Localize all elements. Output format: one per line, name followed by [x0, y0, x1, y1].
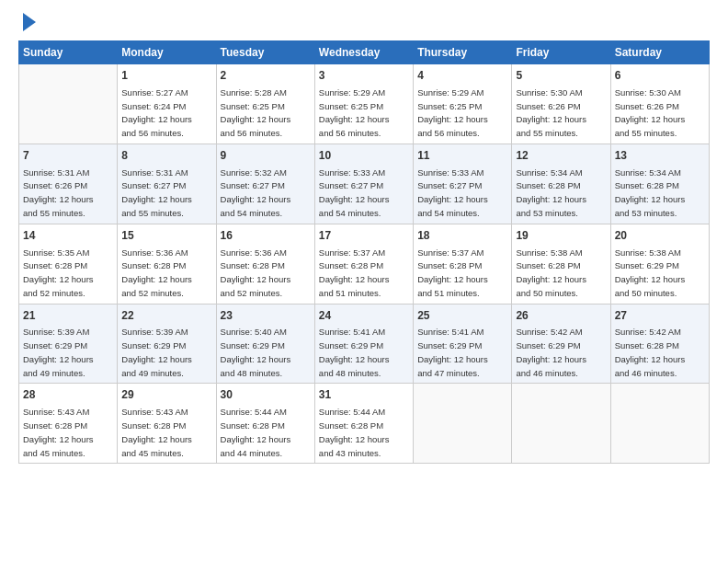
header-cell-saturday: Saturday: [610, 41, 709, 64]
day-number: 31: [319, 387, 409, 403]
logo: [18, 15, 36, 31]
calendar-cell: 16Sunrise: 5:36 AM Sunset: 6:28 PM Dayli…: [216, 224, 314, 304]
day-info: Sunrise: 5:31 AM Sunset: 6:26 PM Dayligh…: [23, 167, 94, 218]
calendar-cell: 26Sunrise: 5:42 AM Sunset: 6:29 PM Dayli…: [512, 304, 610, 384]
day-info: Sunrise: 5:41 AM Sunset: 6:29 PM Dayligh…: [319, 327, 390, 377]
calendar-cell: [414, 384, 512, 464]
calendar-cell: 9Sunrise: 5:32 AM Sunset: 6:27 PM Daylig…: [216, 144, 314, 224]
day-info: Sunrise: 5:44 AM Sunset: 6:28 PM Dayligh…: [221, 407, 291, 457]
day-number: 2: [221, 68, 311, 84]
header-cell-thursday: Thursday: [414, 41, 512, 64]
calendar-cell: [19, 64, 118, 144]
day-info: Sunrise: 5:39 AM Sunset: 6:29 PM Dayligh…: [121, 327, 192, 377]
day-info: Sunrise: 5:34 AM Sunset: 6:28 PM Dayligh…: [615, 167, 686, 218]
day-number: 4: [417, 68, 507, 84]
day-info: Sunrise: 5:31 AM Sunset: 6:27 PM Dayligh…: [121, 167, 192, 218]
header-cell-monday: Monday: [118, 41, 216, 64]
day-number: 27: [615, 308, 705, 324]
day-number: 16: [221, 228, 311, 244]
day-number: 10: [319, 148, 409, 164]
day-number: 30: [221, 387, 311, 403]
header-cell-friday: Friday: [512, 41, 610, 64]
day-info: Sunrise: 5:27 AM Sunset: 6:24 PM Dayligh…: [121, 87, 192, 138]
calendar-cell: 27Sunrise: 5:42 AM Sunset: 6:28 PM Dayli…: [610, 304, 709, 384]
day-info: Sunrise: 5:38 AM Sunset: 6:28 PM Dayligh…: [516, 247, 586, 298]
day-number: 20: [615, 228, 705, 244]
calendar-cell: 8Sunrise: 5:31 AM Sunset: 6:27 PM Daylig…: [118, 144, 216, 224]
day-info: Sunrise: 5:29 AM Sunset: 6:25 PM Dayligh…: [319, 87, 390, 138]
day-number: 13: [615, 148, 705, 164]
day-number: 17: [319, 228, 409, 244]
day-number: 12: [516, 148, 606, 164]
day-info: Sunrise: 5:41 AM Sunset: 6:29 PM Dayligh…: [417, 327, 488, 377]
calendar-table: SundayMondayTuesdayWednesdayThursdayFrid…: [18, 40, 710, 464]
day-info: Sunrise: 5:28 AM Sunset: 6:25 PM Dayligh…: [221, 87, 291, 138]
day-number: 7: [23, 148, 113, 164]
calendar-cell: 11Sunrise: 5:33 AM Sunset: 6:27 PM Dayli…: [414, 144, 512, 224]
calendar-cell: 14Sunrise: 5:35 AM Sunset: 6:28 PM Dayli…: [19, 224, 118, 304]
calendar-cell: 19Sunrise: 5:38 AM Sunset: 6:28 PM Dayli…: [512, 224, 610, 304]
day-number: 6: [615, 68, 705, 84]
calendar-cell: 3Sunrise: 5:29 AM Sunset: 6:25 PM Daylig…: [314, 64, 413, 144]
header-cell-sunday: Sunday: [19, 41, 118, 64]
week-row-4: 21Sunrise: 5:39 AM Sunset: 6:29 PM Dayli…: [19, 304, 710, 384]
calendar-cell: 31Sunrise: 5:44 AM Sunset: 6:28 PM Dayli…: [314, 384, 413, 464]
day-info: Sunrise: 5:43 AM Sunset: 6:28 PM Dayligh…: [23, 407, 94, 457]
logo-text: [18, 15, 36, 31]
day-info: Sunrise: 5:32 AM Sunset: 6:27 PM Dayligh…: [221, 167, 291, 218]
day-number: 18: [417, 228, 507, 244]
header-row: SundayMondayTuesdayWednesdayThursdayFrid…: [19, 41, 710, 64]
calendar-cell: 22Sunrise: 5:39 AM Sunset: 6:29 PM Dayli…: [118, 304, 216, 384]
calendar-cell: 28Sunrise: 5:43 AM Sunset: 6:28 PM Dayli…: [19, 384, 118, 464]
day-info: Sunrise: 5:36 AM Sunset: 6:28 PM Dayligh…: [221, 247, 291, 298]
day-info: Sunrise: 5:37 AM Sunset: 6:28 PM Dayligh…: [319, 247, 390, 298]
day-number: 11: [417, 148, 507, 164]
calendar-cell: 23Sunrise: 5:40 AM Sunset: 6:29 PM Dayli…: [216, 304, 314, 384]
day-info: Sunrise: 5:42 AM Sunset: 6:28 PM Dayligh…: [615, 327, 686, 377]
day-number: 1: [121, 68, 211, 84]
page: SundayMondayTuesdayWednesdayThursdayFrid…: [0, 0, 728, 563]
day-info: Sunrise: 5:39 AM Sunset: 6:29 PM Dayligh…: [23, 327, 94, 377]
day-info: Sunrise: 5:42 AM Sunset: 6:29 PM Dayligh…: [516, 327, 586, 377]
day-info: Sunrise: 5:30 AM Sunset: 6:26 PM Dayligh…: [516, 87, 586, 138]
day-info: Sunrise: 5:44 AM Sunset: 6:28 PM Dayligh…: [319, 407, 390, 457]
calendar-cell: 29Sunrise: 5:43 AM Sunset: 6:28 PM Dayli…: [118, 384, 216, 464]
week-row-2: 7Sunrise: 5:31 AM Sunset: 6:26 PM Daylig…: [19, 144, 710, 224]
day-info: Sunrise: 5:43 AM Sunset: 6:28 PM Dayligh…: [121, 407, 192, 457]
day-info: Sunrise: 5:36 AM Sunset: 6:28 PM Dayligh…: [121, 247, 192, 298]
week-row-5: 28Sunrise: 5:43 AM Sunset: 6:28 PM Dayli…: [19, 384, 710, 464]
calendar-cell: 25Sunrise: 5:41 AM Sunset: 6:29 PM Dayli…: [414, 304, 512, 384]
day-info: Sunrise: 5:33 AM Sunset: 6:27 PM Dayligh…: [319, 167, 390, 218]
logo-arrow-icon: [23, 13, 36, 31]
day-number: 23: [221, 308, 311, 324]
day-number: 3: [319, 68, 409, 84]
day-number: 8: [121, 148, 211, 164]
day-number: 14: [23, 228, 113, 244]
calendar-cell: 30Sunrise: 5:44 AM Sunset: 6:28 PM Dayli…: [216, 384, 314, 464]
calendar-body: 1Sunrise: 5:27 AM Sunset: 6:24 PM Daylig…: [19, 64, 710, 464]
calendar-cell: 4Sunrise: 5:29 AM Sunset: 6:25 PM Daylig…: [414, 64, 512, 144]
day-number: 28: [23, 387, 113, 403]
calendar-cell: 18Sunrise: 5:37 AM Sunset: 6:28 PM Dayli…: [414, 224, 512, 304]
calendar-cell: 1Sunrise: 5:27 AM Sunset: 6:24 PM Daylig…: [118, 64, 216, 144]
calendar-cell: 5Sunrise: 5:30 AM Sunset: 6:26 PM Daylig…: [512, 64, 610, 144]
calendar-cell: 24Sunrise: 5:41 AM Sunset: 6:29 PM Dayli…: [314, 304, 413, 384]
calendar-cell: [610, 384, 709, 464]
day-number: 21: [23, 308, 113, 324]
day-info: Sunrise: 5:40 AM Sunset: 6:29 PM Dayligh…: [221, 327, 291, 377]
header-cell-wednesday: Wednesday: [314, 41, 413, 64]
calendar-cell: 2Sunrise: 5:28 AM Sunset: 6:25 PM Daylig…: [216, 64, 314, 144]
calendar-cell: [512, 384, 610, 464]
calendar-cell: 6Sunrise: 5:30 AM Sunset: 6:26 PM Daylig…: [610, 64, 709, 144]
day-number: 22: [121, 308, 211, 324]
day-number: 5: [516, 68, 606, 84]
calendar-cell: 21Sunrise: 5:39 AM Sunset: 6:29 PM Dayli…: [19, 304, 118, 384]
calendar-cell: 13Sunrise: 5:34 AM Sunset: 6:28 PM Dayli…: [610, 144, 709, 224]
day-info: Sunrise: 5:37 AM Sunset: 6:28 PM Dayligh…: [417, 247, 488, 298]
calendar-header: SundayMondayTuesdayWednesdayThursdayFrid…: [19, 41, 710, 64]
day-number: 26: [516, 308, 606, 324]
day-number: 15: [121, 228, 211, 244]
calendar-cell: 7Sunrise: 5:31 AM Sunset: 6:26 PM Daylig…: [19, 144, 118, 224]
header: [18, 15, 710, 31]
day-info: Sunrise: 5:34 AM Sunset: 6:28 PM Dayligh…: [516, 167, 586, 218]
